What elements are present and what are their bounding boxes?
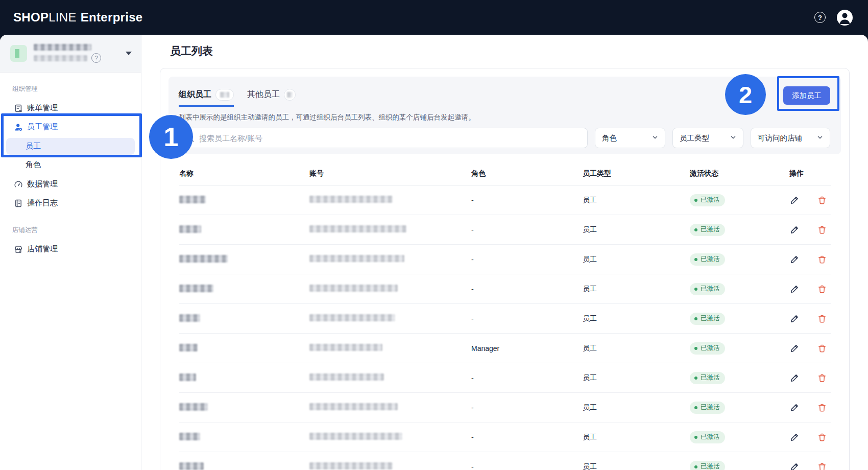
status-dot <box>694 317 697 320</box>
edit-button[interactable] <box>789 284 800 294</box>
delete-button[interactable] <box>817 284 827 294</box>
sidebar-item-store[interactable]: 店铺管理 <box>6 240 135 258</box>
account-blur <box>309 344 382 351</box>
delete-button[interactable] <box>817 462 827 470</box>
status-label: 已激活 <box>701 373 720 382</box>
delete-button[interactable] <box>817 195 827 205</box>
sidebar-item-label: 店铺管理 <box>27 244 58 254</box>
cell-account <box>309 433 471 441</box>
sidebar-item-log[interactable]: 操作日志 <box>6 194 135 213</box>
table-header: 名称账号角色员工类型激活状态操作 <box>179 162 831 185</box>
cell-actions <box>789 254 831 265</box>
status-dot <box>694 347 697 350</box>
name-blur <box>179 462 204 470</box>
name-blur <box>179 196 206 203</box>
name-blur <box>179 344 198 351</box>
store-icon <box>14 245 23 254</box>
cell-employee-type: 员工 <box>583 255 690 264</box>
cell-actions <box>789 314 831 324</box>
edit-button[interactable] <box>789 462 800 470</box>
cell-actions <box>789 284 831 294</box>
status-label: 已激活 <box>701 314 720 323</box>
status-badge: 已激活 <box>690 283 725 295</box>
annotation-box-2 <box>777 76 839 111</box>
cell-actions <box>789 432 831 442</box>
cell-status: 已激活 <box>690 313 789 325</box>
status-label: 已激活 <box>701 285 720 293</box>
user-avatar[interactable] <box>837 10 853 26</box>
delete-button[interactable] <box>817 225 827 235</box>
sidebar-item-data[interactable]: 数据管理 <box>6 175 135 194</box>
name-blur <box>179 373 196 381</box>
cell-employee-type: 员工 <box>583 403 690 412</box>
org-selector[interactable]: ? <box>0 35 141 73</box>
tab-count-blur <box>220 92 229 98</box>
delete-button[interactable] <box>817 432 827 442</box>
search-input[interactable] <box>199 134 581 143</box>
table-header-cell: 角色 <box>471 169 583 178</box>
employee-list-card: 组织员工其他员工 列表中展示的是组织主动邀请的员工，可通过组织后台员工列表、组织… <box>160 68 850 470</box>
cell-employee-type: 员工 <box>583 373 690 383</box>
chevron-down-icon <box>817 134 823 142</box>
search-box[interactable] <box>179 128 588 148</box>
delete-button[interactable] <box>817 343 827 354</box>
cell-role: - <box>471 374 583 382</box>
annotation-step-2: 2 <box>725 74 766 115</box>
table-row: -员工已激活 <box>179 304 831 334</box>
table-row: -员工已激活 <box>179 452 831 470</box>
account-blur <box>309 196 393 203</box>
delete-button[interactable] <box>817 373 827 383</box>
status-dot <box>694 199 697 202</box>
tab-org-employees[interactable]: 组织员工 <box>179 89 234 107</box>
help-icon[interactable]: ? <box>814 12 826 23</box>
sidebar-item-label: 数据管理 <box>27 179 58 189</box>
filter-dropdown-0[interactable]: 角色 <box>595 128 665 148</box>
status-label: 已激活 <box>701 433 720 441</box>
account-blur <box>309 285 398 292</box>
account-blur <box>309 433 402 440</box>
account-blur <box>309 225 406 232</box>
edit-button[interactable] <box>789 343 800 354</box>
tab-other-employees[interactable]: 其他员工 <box>247 89 296 107</box>
data-icon <box>14 180 23 189</box>
cell-account <box>309 462 471 470</box>
status-dot <box>694 406 697 409</box>
cell-role: - <box>471 463 583 470</box>
table-row: -员工已激活 <box>179 245 831 274</box>
sidebar-subitem[interactable]: 角色 <box>6 156 135 173</box>
bill-icon <box>14 104 23 113</box>
status-label: 已激活 <box>701 462 720 470</box>
edit-button[interactable] <box>789 314 800 324</box>
filter-dropdown-2[interactable]: 可访问的店铺 <box>751 128 830 148</box>
cell-employee-type: 员工 <box>583 285 690 294</box>
delete-button[interactable] <box>817 403 827 413</box>
cell-actions <box>789 225 831 235</box>
cell-status: 已激活 <box>690 402 789 414</box>
delete-button[interactable] <box>817 254 827 265</box>
status-badge: 已激活 <box>690 342 725 355</box>
toolbar: 角色员工类型可访问的店铺 <box>179 128 831 148</box>
cell-role: - <box>471 226 583 234</box>
delete-button[interactable] <box>817 314 827 324</box>
edit-button[interactable] <box>789 254 800 265</box>
edit-button[interactable] <box>789 225 800 235</box>
cell-name <box>179 285 309 294</box>
logo-line: LINE <box>49 10 77 25</box>
edit-button[interactable] <box>789 432 800 442</box>
edit-button[interactable] <box>789 195 800 205</box>
name-blur <box>179 433 200 440</box>
edit-button[interactable] <box>789 373 800 383</box>
status-dot <box>694 258 697 261</box>
table-header-cell: 员工类型 <box>583 169 690 178</box>
cell-account <box>309 225 471 234</box>
logo-shop: SHOP <box>13 10 49 25</box>
filter-label: 角色 <box>602 133 617 143</box>
filter-dropdown-1[interactable]: 员工类型 <box>672 128 743 148</box>
logo-enterprise: Enterprise <box>81 10 143 25</box>
edit-button[interactable] <box>789 403 800 413</box>
cell-status: 已激活 <box>690 253 789 266</box>
status-label: 已激活 <box>701 196 720 204</box>
org-help-icon[interactable]: ? <box>91 53 101 63</box>
employee-table: 名称账号角色员工类型激活状态操作 -员工已激活-员工已激活-员工已激活-员工已激… <box>179 162 831 470</box>
cell-actions <box>789 403 831 413</box>
